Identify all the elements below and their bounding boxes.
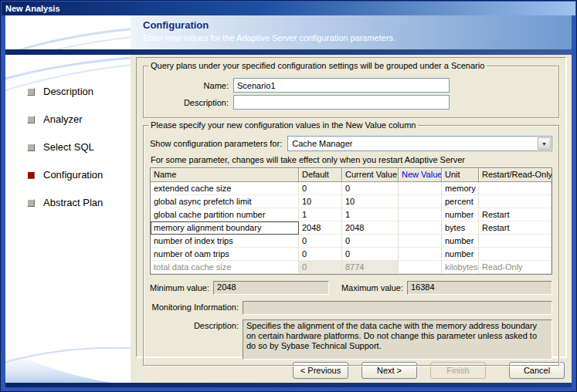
parameter-description-label: Description: bbox=[150, 319, 243, 330]
param-name-cell[interactable]: number of oam trips bbox=[151, 248, 299, 261]
config-values-groupbox: Please specify your new configuration va… bbox=[143, 125, 559, 366]
col-header-name: Name bbox=[151, 168, 299, 182]
maximum-value-field: 16384 bbox=[407, 281, 552, 295]
step-label: Abstract Plan bbox=[43, 197, 103, 208]
configuration-panel: Query plans under your specified configu… bbox=[136, 57, 566, 357]
scenario-description-input[interactable] bbox=[233, 95, 450, 110]
sidebar-item-select-sql[interactable]: Select SQL bbox=[27, 141, 131, 153]
step-label: Analyzer bbox=[43, 113, 83, 125]
current-value-cell: 2048 bbox=[342, 221, 399, 235]
restart-cell bbox=[479, 182, 552, 195]
wizard-sidebar: Description Analyzer Select SQL Configur… bbox=[5, 55, 131, 383]
step-label: Description bbox=[43, 86, 93, 97]
current-value-cell: 0 bbox=[342, 182, 399, 195]
scenario-group-title: Query plans under your specified configu… bbox=[148, 61, 487, 70]
monitoring-information-label: Monitoring Information: bbox=[150, 301, 243, 312]
new-value-cell[interactable] bbox=[399, 235, 442, 248]
unit-cell: number bbox=[442, 208, 479, 221]
new-value-cell[interactable] bbox=[399, 182, 442, 195]
col-header-restart: Restart/Read-Only bbox=[479, 168, 552, 182]
minimum-value-field: 2048 bbox=[213, 281, 329, 295]
table-row[interactable]: extended cache size 0 0 memory pa bbox=[151, 182, 552, 195]
table-row[interactable]: global cache partition number 1 1 number… bbox=[151, 208, 552, 221]
current-value-cell: 10 bbox=[342, 195, 399, 208]
table-row-disabled: total data cache size 0 8774 kilobytes R… bbox=[151, 261, 552, 274]
step-indicator-icon bbox=[27, 144, 35, 151]
unit-cell: number bbox=[442, 235, 479, 248]
sidebar-item-configuration[interactable]: Configuration bbox=[27, 169, 131, 181]
header-divider bbox=[5, 49, 572, 55]
table-row[interactable]: number of oam trips 0 0 number bbox=[151, 248, 552, 261]
maximum-value-label: Maximum value: bbox=[341, 283, 407, 292]
table-header-row: Name Default Current Value New Value Uni… bbox=[151, 168, 552, 182]
step-indicator-icon bbox=[27, 171, 35, 179]
restart-cell: Read-Only bbox=[479, 261, 552, 274]
new-value-cell[interactable] bbox=[399, 195, 442, 208]
table-row[interactable]: global async prefetch limit 10 10 percen… bbox=[151, 195, 552, 208]
unit-cell: bytes bbox=[442, 221, 479, 235]
col-header-default: Default bbox=[299, 168, 342, 182]
new-analysis-dialog: New Analysis Configuration Enter new val… bbox=[0, 0, 577, 392]
col-header-unit: Unit bbox=[442, 168, 479, 182]
window-titlebar: New Analysis bbox=[2, 2, 575, 15]
current-value-cell: 1 bbox=[342, 208, 399, 221]
step-label: Configuration bbox=[43, 169, 103, 181]
new-value-cell[interactable] bbox=[399, 208, 442, 221]
param-name-cell[interactable]: global async prefetch limit bbox=[151, 195, 299, 208]
header-decoration bbox=[5, 15, 131, 49]
restart-cell bbox=[479, 195, 552, 208]
unit-cell: percent bbox=[442, 195, 479, 208]
default-cell: 2048 bbox=[299, 221, 342, 235]
restart-cell: Restart bbox=[479, 208, 552, 221]
restart-cell: Restart bbox=[479, 221, 552, 235]
default-cell: 0 bbox=[299, 182, 342, 195]
page-title: Configuration bbox=[143, 19, 565, 31]
param-name-cell[interactable]: memory alignment boundary bbox=[151, 221, 299, 235]
window-title: New Analysis bbox=[5, 4, 60, 13]
sidebar-item-abstract-plan[interactable]: Abstract Plan bbox=[27, 197, 131, 208]
restart-cell bbox=[479, 248, 552, 261]
decorative-swoosh bbox=[5, 15, 131, 49]
sidebar-item-analyzer[interactable]: Analyzer bbox=[27, 113, 131, 125]
restart-cell bbox=[479, 235, 552, 248]
wizard-steps: Description Analyzer Select SQL Configur… bbox=[5, 55, 131, 208]
name-label: Name: bbox=[150, 81, 233, 90]
selected-category: Cache Manager bbox=[292, 139, 352, 148]
unit-cell: kilobytes bbox=[442, 261, 479, 274]
sidebar-item-description[interactable]: Description bbox=[27, 86, 131, 97]
scenario-name-input[interactable] bbox=[233, 78, 450, 93]
param-name-cell[interactable]: extended cache size bbox=[151, 182, 299, 195]
default-cell: 0 bbox=[299, 248, 342, 261]
new-value-cell[interactable] bbox=[399, 248, 442, 261]
table-row[interactable]: number of index trips 0 0 number bbox=[151, 235, 552, 248]
current-value-cell: 0 bbox=[342, 248, 399, 261]
col-header-new-value: New Value bbox=[399, 168, 442, 182]
default-cell: 0 bbox=[299, 261, 342, 274]
new-value-cell[interactable] bbox=[399, 221, 442, 235]
param-name-cell[interactable]: global cache partition number bbox=[151, 208, 299, 221]
unit-cell: memory pa bbox=[442, 182, 479, 195]
current-value-cell: 0 bbox=[342, 235, 399, 248]
table-row-selected[interactable]: memory alignment boundary 2048 2048 byte… bbox=[151, 221, 552, 235]
default-cell: 1 bbox=[299, 208, 342, 221]
bottom-blue-border bbox=[1, 387, 576, 391]
parameters-table: Name Default Current Value New Value Uni… bbox=[150, 167, 552, 275]
description-label: Description: bbox=[150, 98, 233, 107]
chevron-down-icon[interactable]: ▼ bbox=[538, 137, 551, 150]
default-cell: 10 bbox=[299, 195, 342, 208]
monitoring-information-field bbox=[243, 301, 552, 315]
page-subtitle: Enter new values for the Adaptive Server… bbox=[143, 33, 565, 42]
step-indicator-icon bbox=[27, 116, 35, 123]
step-label: Select SQL bbox=[43, 141, 94, 153]
param-name-cell[interactable]: number of index trips bbox=[151, 235, 299, 248]
param-name-cell: total data cache size bbox=[151, 261, 299, 274]
config-group-title: Please specify your new configuration va… bbox=[148, 120, 418, 130]
col-header-current-value: Current Value bbox=[342, 168, 399, 182]
step-indicator-icon bbox=[27, 88, 35, 96]
current-value-cell: 8774 bbox=[342, 261, 399, 274]
wizard-header: Configuration Enter new values for the A… bbox=[5, 15, 572, 49]
parameter-description-field: Specifies the alignment of the data cach… bbox=[243, 319, 552, 360]
parameter-category-select[interactable]: Cache Manager ▼ bbox=[287, 136, 552, 151]
default-cell: 0 bbox=[299, 235, 342, 248]
show-parameters-label: Show configuration parameters for: bbox=[150, 139, 287, 148]
